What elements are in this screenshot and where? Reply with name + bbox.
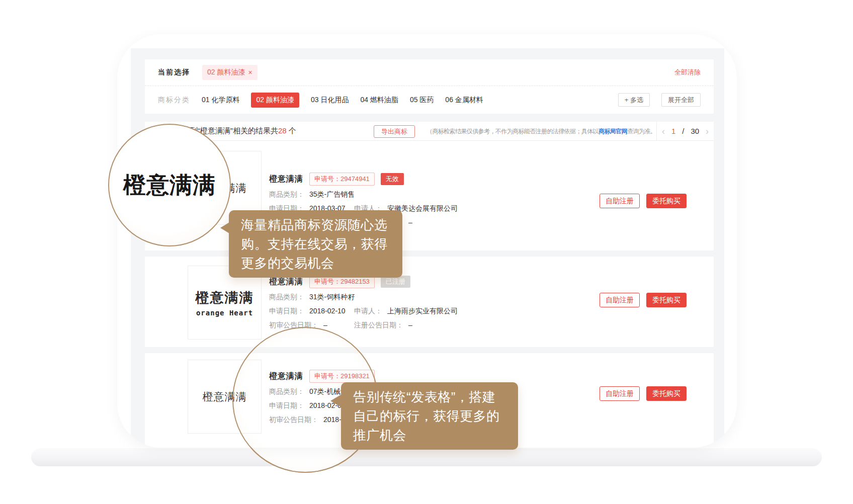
category-01[interactable]: 01 化学原料 [202,96,239,105]
trademark-name: 橙意满满 [269,174,303,185]
magnified-trademark-text: 橙意满满 [123,170,216,200]
trademark-name: 橙意满满 [269,277,303,287]
trademark-details: 橙意满满 申请号：29482153 已注册 商品类别：31类-饲料种籽 申请日期… [269,276,458,335]
expand-all-button[interactable]: 展开全部 [661,93,701,107]
close-icon[interactable]: × [248,68,252,76]
magnifier-circle-1: 橙意满满 [108,124,231,246]
self-register-button[interactable]: 自助注册 [600,293,640,307]
callout-promotion: 告别传统“发表格”，搭建 自己的标行，获得更多的 推广机会 [341,382,518,450]
self-register-button[interactable]: 自助注册 [600,194,640,208]
application-no-badge: 申请号：29198321 [309,370,375,383]
self-register-button[interactable]: 自助注册 [600,386,640,401]
application-no-badge: 申请号：29474941 [309,173,375,186]
category-02-selected[interactable]: 02 颜料油漆 [251,93,299,108]
entrust-purchase-button[interactable]: 委托购买 [646,293,687,307]
entrust-purchase-button[interactable]: 委托购买 [646,194,687,208]
page-separator: / [682,127,684,135]
trademark-logo: 橙意满满 [188,360,262,434]
export-trademarks-button[interactable]: 导出商标 [374,125,415,138]
category-06[interactable]: 06 金属材料 [445,96,483,105]
pagination: ‹ 1 / 30 › [656,122,714,140]
disclaimer-text: （商标检索结果仅供参考，不作为商标能否注册的法律依据；具体以商标局官网查询为准。… [426,122,655,141]
total-pages: 30 [691,127,699,135]
category-bar-label: 商标分类 [158,96,190,105]
clear-all-button[interactable]: 全部清除 [674,68,701,77]
entrust-purchase-button[interactable]: 委托购买 [646,386,687,401]
callout-marketplace: 海量精品商标资源随心选 购。支持在线交易，获得 更多的交易机会 [229,210,402,278]
category-bar: 商标分类 01 化学原料 02 颜料油漆 03 日化用品 04 燃料油脂 05 … [145,86,714,114]
callout-tail [220,222,229,233]
next-page-icon[interactable]: › [706,127,709,136]
current-selection-row: 当前选择 02 颜料油漆 × 全部清除 [145,59,714,86]
filter-tag-text: 02 颜料油漆 [207,68,245,77]
selected-filter-tag[interactable]: 02 颜料油漆 × [202,65,258,80]
category-03[interactable]: 03 日化用品 [311,96,349,105]
row-gap [145,347,714,353]
results-count: 28 [278,126,287,135]
filter-panel: 当前选择 02 颜料油漆 × 全部清除 商标分类 01 化学原料 02 颜料油漆… [145,59,714,114]
callout-tail [330,394,342,407]
status-badge: 无效 [381,173,404,185]
prev-page-icon[interactable]: ‹ [662,127,665,136]
page: 当前选择 02 颜料油漆 × 全部清除 商标分类 01 化学原料 02 颜料油漆… [0,0,853,504]
multi-select-button[interactable]: + 多选 [618,93,650,107]
trademark-office-link[interactable]: 商标局官网 [599,127,627,136]
laptop-base [31,448,822,466]
category-04[interactable]: 04 燃料油脂 [360,96,398,105]
current-page: 1 [671,127,675,135]
trademark-name: 橙意满满 [269,371,303,382]
results-header: 为您检索到“橙意满满”相关的结果共28 个 导出商标 （商标检索结果仅供参考，不… [145,122,714,141]
current-selection-label: 当前选择 [158,68,190,77]
category-05[interactable]: 05 医药 [410,96,434,105]
